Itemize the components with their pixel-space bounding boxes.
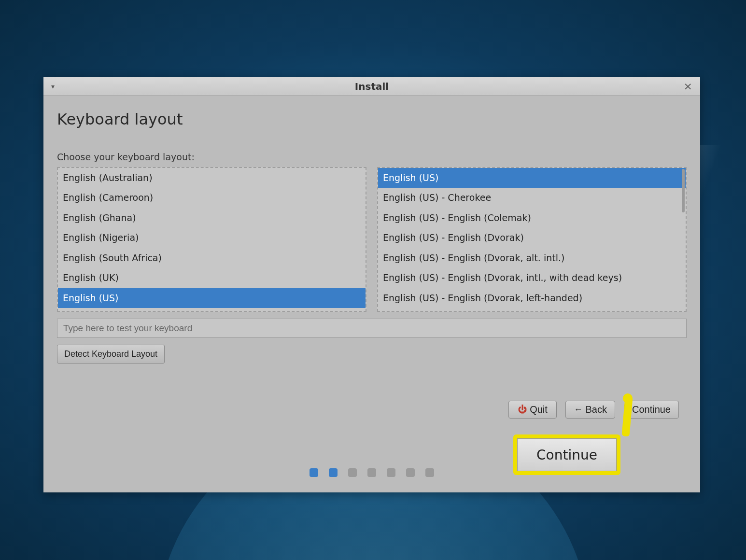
step-pager (310, 468, 434, 477)
callout-continue: Continue (513, 434, 620, 475)
list-item[interactable]: English (US) - English (Dvorak) (378, 228, 686, 248)
list-item[interactable]: English (Cameroon) (58, 188, 366, 208)
list-item[interactable]: English (Australian) (58, 168, 366, 188)
list-item[interactable]: English (US) (378, 168, 686, 188)
list-item[interactable]: English (UK) (58, 268, 366, 288)
callout-dot (623, 393, 633, 403)
layout-prompt: Choose your keyboard layout: (57, 152, 687, 162)
pager-dot[interactable] (329, 468, 338, 477)
list-item[interactable]: English (US) - English (Colemak) (378, 208, 686, 228)
list-item[interactable]: English (US) - English (Dvorak, intl., w… (378, 268, 686, 288)
page-title: Keyboard layout (57, 110, 687, 128)
list-item[interactable]: English (South Africa) (58, 248, 366, 268)
list-item[interactable]: English (US) - English (Dvorak, alt. int… (378, 248, 686, 268)
pager-dot[interactable] (387, 468, 395, 477)
window-content: Keyboard layout Choose your keyboard lay… (43, 96, 700, 492)
list-item[interactable]: English (US) - Cherokee (378, 188, 686, 208)
pager-dot[interactable] (367, 468, 376, 477)
list-item[interactable]: English (US) (58, 288, 366, 308)
back-label: Back (585, 404, 606, 415)
arrow-left-icon: ← (574, 405, 582, 415)
back-button[interactable]: ← Back (565, 401, 615, 419)
install-window: ▾ Install × Keyboard layout Choose your … (43, 77, 700, 492)
layout-lists: English (Australian)English (Cameroon)En… (57, 167, 687, 312)
list-item[interactable]: English (Ghana) (58, 208, 366, 228)
pager-dot[interactable] (348, 468, 357, 477)
quit-button[interactable]: ⏻ Quit (508, 401, 557, 419)
callout-label: Continue (536, 447, 597, 463)
window-menu-icon[interactable]: ▾ (51, 83, 55, 90)
nav-buttons: ⏻ Quit ← Back Continue (508, 401, 679, 419)
continue-label: Continue (632, 404, 671, 415)
layout-variant-list[interactable]: English (US)English (US) - CherokeeEngli… (377, 167, 687, 312)
titlebar: ▾ Install × (43, 77, 700, 96)
keyboard-test-input[interactable] (57, 319, 687, 338)
list-item[interactable]: English (US) - English (Dvorak, right-ha… (378, 308, 686, 311)
quit-label: Quit (530, 404, 548, 415)
pager-dot[interactable] (425, 468, 434, 477)
close-icon[interactable]: × (684, 81, 692, 92)
detect-layout-button[interactable]: Detect Keyboard Layout (57, 345, 165, 364)
list-item[interactable]: Esperanto (58, 308, 366, 311)
pager-dot[interactable] (310, 468, 318, 477)
list-item[interactable]: English (US) - English (Dvorak, left-han… (378, 288, 686, 308)
scrollbar[interactable] (682, 169, 685, 212)
window-title: Install (355, 81, 389, 92)
list-item[interactable]: English (Nigeria) (58, 228, 366, 248)
layout-family-list[interactable]: English (Australian)English (Cameroon)En… (57, 167, 366, 312)
pager-dot[interactable] (406, 468, 415, 477)
power-icon: ⏻ (518, 405, 527, 415)
